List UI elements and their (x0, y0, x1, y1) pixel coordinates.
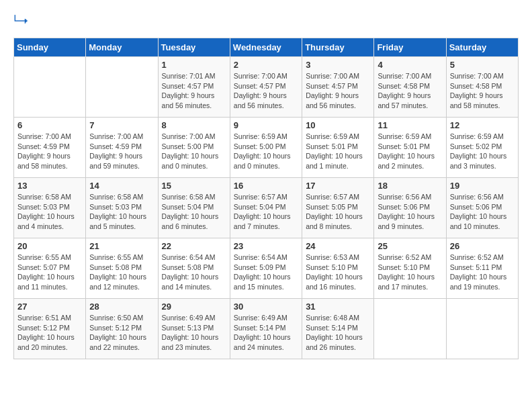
calendar-cell: 21Sunrise: 6:55 AM Sunset: 5:08 PM Dayli… (86, 238, 158, 299)
calendar-cell (14, 57, 86, 118)
weekday-header-tuesday: Tuesday (158, 38, 230, 57)
calendar-cell: 4Sunrise: 7:00 AM Sunset: 4:58 PM Daylig… (374, 57, 446, 118)
calendar-cell: 14Sunrise: 6:58 AM Sunset: 5:03 PM Dayli… (86, 178, 158, 238)
day-info: Sunrise: 7:00 AM Sunset: 4:59 PM Dayligh… (17, 132, 82, 171)
day-number: 20 (17, 241, 82, 251)
calendar-week-row: 27Sunrise: 6:51 AM Sunset: 5:12 PM Dayli… (14, 299, 519, 359)
day-info: Sunrise: 6:54 AM Sunset: 5:09 PM Dayligh… (234, 253, 298, 292)
day-info: Sunrise: 7:01 AM Sunset: 4:57 PM Dayligh… (162, 71, 226, 111)
day-info: Sunrise: 6:58 AM Sunset: 5:04 PM Dayligh… (162, 192, 226, 232)
day-info: Sunrise: 6:58 AM Sunset: 5:03 PM Dayligh… (17, 192, 82, 232)
calendar-cell (374, 299, 446, 359)
calendar-cell: 23Sunrise: 6:54 AM Sunset: 5:09 PM Dayli… (230, 238, 302, 299)
day-number: 26 (450, 241, 515, 251)
calendar-cell: 17Sunrise: 6:57 AM Sunset: 5:05 PM Dayli… (302, 178, 374, 238)
logo-bird-icon: ⮡ (13, 13, 28, 30)
calendar-cell: 6Sunrise: 7:00 AM Sunset: 4:59 PM Daylig… (14, 118, 86, 178)
day-number: 19 (450, 181, 515, 191)
weekday-header-saturday: Saturday (446, 38, 518, 57)
calendar-cell: 12Sunrise: 6:59 AM Sunset: 5:02 PM Dayli… (446, 118, 518, 178)
logo: ⮡ (13, 13, 28, 31)
day-info: Sunrise: 6:56 AM Sunset: 5:06 PM Dayligh… (378, 192, 442, 232)
day-number: 22 (162, 241, 226, 251)
calendar-cell: 31Sunrise: 6:48 AM Sunset: 5:14 PM Dayli… (302, 299, 374, 359)
calendar-header-row: SundayMondayTuesdayWednesdayThursdayFrid… (14, 38, 519, 57)
day-info: Sunrise: 6:48 AM Sunset: 5:14 PM Dayligh… (306, 313, 370, 353)
day-info: Sunrise: 6:53 AM Sunset: 5:10 PM Dayligh… (306, 253, 370, 292)
weekday-header-friday: Friday (374, 38, 446, 57)
day-info: Sunrise: 6:59 AM Sunset: 5:01 PM Dayligh… (378, 132, 442, 171)
calendar-week-row: 6Sunrise: 7:00 AM Sunset: 4:59 PM Daylig… (14, 118, 519, 178)
day-number: 6 (17, 120, 82, 130)
calendar-cell: 15Sunrise: 6:58 AM Sunset: 5:04 PM Dayli… (158, 178, 230, 238)
day-number: 27 (17, 302, 82, 312)
day-number: 10 (306, 120, 370, 130)
day-info: Sunrise: 6:58 AM Sunset: 5:03 PM Dayligh… (89, 192, 154, 232)
calendar-cell: 19Sunrise: 6:56 AM Sunset: 5:06 PM Dayli… (446, 178, 518, 238)
calendar-cell: 11Sunrise: 6:59 AM Sunset: 5:01 PM Dayli… (374, 118, 446, 178)
calendar-cell: 30Sunrise: 6:49 AM Sunset: 5:14 PM Dayli… (230, 299, 302, 359)
calendar-cell: 1Sunrise: 7:01 AM Sunset: 4:57 PM Daylig… (158, 57, 230, 118)
day-info: Sunrise: 7:00 AM Sunset: 5:00 PM Dayligh… (162, 132, 226, 171)
day-info: Sunrise: 6:59 AM Sunset: 5:00 PM Dayligh… (234, 132, 298, 171)
calendar-cell: 2Sunrise: 7:00 AM Sunset: 4:57 PM Daylig… (230, 57, 302, 118)
calendar-cell: 25Sunrise: 6:52 AM Sunset: 5:10 PM Dayli… (374, 238, 446, 299)
weekday-header-thursday: Thursday (302, 38, 374, 57)
day-info: Sunrise: 7:00 AM Sunset: 4:57 PM Dayligh… (306, 71, 370, 111)
calendar-week-row: 1Sunrise: 7:01 AM Sunset: 4:57 PM Daylig… (14, 57, 519, 118)
calendar-cell (446, 299, 518, 359)
day-info: Sunrise: 6:52 AM Sunset: 5:10 PM Dayligh… (378, 253, 442, 292)
day-number: 31 (306, 302, 370, 312)
weekday-header-monday: Monday (86, 38, 158, 57)
day-number: 8 (162, 120, 226, 130)
calendar-cell: 28Sunrise: 6:50 AM Sunset: 5:12 PM Dayli… (86, 299, 158, 359)
calendar-cell: 9Sunrise: 6:59 AM Sunset: 5:00 PM Daylig… (230, 118, 302, 178)
day-number: 25 (378, 241, 442, 251)
page-header: ⮡ (13, 13, 519, 31)
day-number: 4 (378, 60, 442, 70)
day-info: Sunrise: 6:50 AM Sunset: 5:12 PM Dayligh… (89, 313, 154, 353)
weekday-header-sunday: Sunday (14, 38, 86, 57)
day-info: Sunrise: 7:00 AM Sunset: 4:59 PM Dayligh… (89, 132, 154, 171)
day-info: Sunrise: 6:55 AM Sunset: 5:08 PM Dayligh… (89, 253, 154, 292)
day-number: 30 (234, 302, 298, 312)
day-number: 14 (89, 181, 154, 191)
day-info: Sunrise: 6:49 AM Sunset: 5:13 PM Dayligh… (162, 313, 226, 353)
day-number: 12 (450, 120, 515, 130)
day-number: 9 (234, 120, 298, 130)
day-number: 23 (234, 241, 298, 251)
day-number: 5 (450, 60, 515, 70)
day-number: 28 (89, 302, 154, 312)
day-number: 17 (306, 181, 370, 191)
day-info: Sunrise: 6:49 AM Sunset: 5:14 PM Dayligh… (234, 313, 298, 353)
day-number: 1 (162, 60, 226, 70)
calendar-table: SundayMondayTuesdayWednesdayThursdayFrid… (13, 38, 519, 359)
day-info: Sunrise: 6:57 AM Sunset: 5:04 PM Dayligh… (234, 192, 298, 232)
calendar-week-row: 20Sunrise: 6:55 AM Sunset: 5:07 PM Dayli… (14, 238, 519, 299)
calendar-cell: 26Sunrise: 6:52 AM Sunset: 5:11 PM Dayli… (446, 238, 518, 299)
calendar-cell: 13Sunrise: 6:58 AM Sunset: 5:03 PM Dayli… (14, 178, 86, 238)
day-info: Sunrise: 6:56 AM Sunset: 5:06 PM Dayligh… (450, 192, 515, 232)
calendar-cell: 5Sunrise: 7:00 AM Sunset: 4:58 PM Daylig… (446, 57, 518, 118)
calendar-cell: 22Sunrise: 6:54 AM Sunset: 5:08 PM Dayli… (158, 238, 230, 299)
calendar-cell: 20Sunrise: 6:55 AM Sunset: 5:07 PM Dayli… (14, 238, 86, 299)
calendar-cell: 3Sunrise: 7:00 AM Sunset: 4:57 PM Daylig… (302, 57, 374, 118)
calendar-cell: 16Sunrise: 6:57 AM Sunset: 5:04 PM Dayli… (230, 178, 302, 238)
calendar-cell: 8Sunrise: 7:00 AM Sunset: 5:00 PM Daylig… (158, 118, 230, 178)
day-info: Sunrise: 6:59 AM Sunset: 5:01 PM Dayligh… (306, 132, 370, 171)
day-info: Sunrise: 7:00 AM Sunset: 4:57 PM Dayligh… (234, 71, 298, 111)
calendar-cell (86, 57, 158, 118)
day-number: 3 (306, 60, 370, 70)
day-number: 15 (162, 181, 226, 191)
day-number: 13 (17, 181, 82, 191)
day-number: 18 (378, 181, 442, 191)
day-info: Sunrise: 6:54 AM Sunset: 5:08 PM Dayligh… (162, 253, 226, 292)
day-info: Sunrise: 6:52 AM Sunset: 5:11 PM Dayligh… (450, 253, 515, 292)
day-number: 24 (306, 241, 370, 251)
weekday-header-wednesday: Wednesday (230, 38, 302, 57)
calendar-week-row: 13Sunrise: 6:58 AM Sunset: 5:03 PM Dayli… (14, 178, 519, 238)
day-number: 11 (378, 120, 442, 130)
day-info: Sunrise: 6:55 AM Sunset: 5:07 PM Dayligh… (17, 253, 82, 292)
day-info: Sunrise: 6:57 AM Sunset: 5:05 PM Dayligh… (306, 192, 370, 232)
calendar-cell: 10Sunrise: 6:59 AM Sunset: 5:01 PM Dayli… (302, 118, 374, 178)
